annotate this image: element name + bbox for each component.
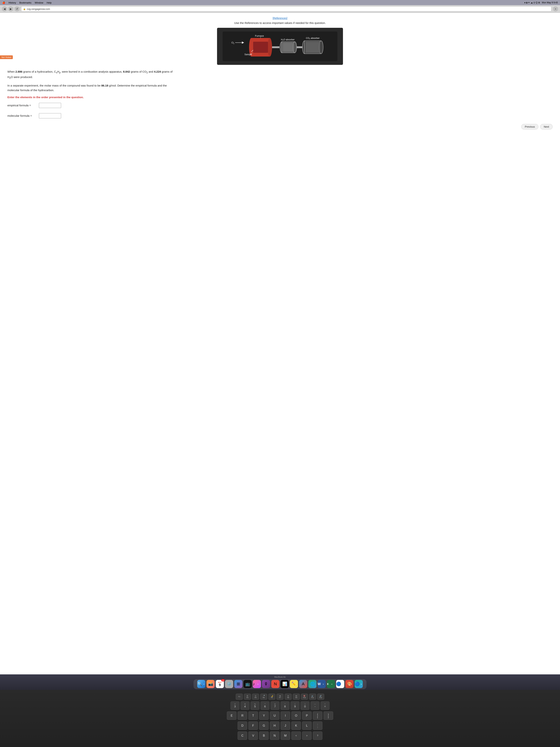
menu-bookmarks[interactable]: Bookmarks bbox=[19, 1, 31, 4]
lock-icon: 🔒 bbox=[23, 8, 26, 10]
key-f[interactable]: F bbox=[248, 721, 258, 730]
key-4[interactable]: $4 bbox=[241, 701, 249, 710]
dock-news[interactable]: N bbox=[271, 680, 279, 688]
dock-safari-1[interactable]: 🌐 bbox=[308, 680, 317, 688]
address-bar[interactable]: 🔒 cvg.cengagenow.com bbox=[21, 6, 552, 11]
key-d[interactable]: D bbox=[238, 721, 247, 730]
key-f5[interactable]: 🎤F5 bbox=[260, 694, 267, 700]
next-button[interactable]: Next bbox=[540, 124, 553, 129]
key-k[interactable]: K bbox=[291, 721, 301, 730]
key-slash[interactable]: ? bbox=[313, 731, 322, 740]
references-bar: [References] bbox=[7, 17, 553, 20]
key-3[interactable]: #3 bbox=[231, 701, 239, 710]
key-i[interactable]: I bbox=[281, 712, 290, 720]
menu-bar: 🍎 History Bookmarks Window Help ● ◗ ✦ ☁ … bbox=[0, 0, 560, 5]
alpha-row-3: C V B N M < > ? bbox=[7, 731, 553, 740]
nav-controls: ◀ ▶ ↺ bbox=[2, 6, 20, 11]
dock-launchpad[interactable]: ⊞ bbox=[234, 680, 242, 688]
key-f3[interactable]: ⊞F3 bbox=[244, 694, 251, 700]
dock-word[interactable]: W bbox=[318, 680, 326, 688]
key-9[interactable]: (9 bbox=[291, 701, 299, 710]
key-7[interactable]: &7 bbox=[271, 701, 279, 710]
empirical-label: empirical formula = bbox=[7, 104, 37, 107]
key-f9[interactable]: ⏭F9 bbox=[293, 694, 300, 700]
key-t[interactable]: T bbox=[248, 712, 258, 720]
references-link[interactable]: [References] bbox=[273, 17, 287, 20]
back-button[interactable]: ◀ bbox=[2, 6, 7, 11]
apple-menu[interactable]: 🍎 bbox=[2, 1, 5, 4]
menu-left: 🍎 History Bookmarks Window Help bbox=[2, 1, 52, 4]
key-e[interactable]: E bbox=[227, 712, 237, 720]
key-n[interactable]: N bbox=[270, 731, 279, 740]
key-bracket-close[interactable]: }] bbox=[323, 712, 333, 720]
key-f11[interactable]: 🔉F11 bbox=[309, 694, 316, 700]
key-f10[interactable]: 🔇F10 bbox=[301, 694, 308, 700]
dock-photos[interactable]: 📸 bbox=[207, 680, 215, 688]
key-p[interactable]: P bbox=[302, 712, 312, 720]
key-r[interactable]: R bbox=[238, 712, 247, 720]
key-v[interactable]: V bbox=[248, 731, 258, 740]
macbook-air-label: MacBook Air bbox=[0, 676, 560, 678]
key-period[interactable]: > bbox=[302, 731, 312, 740]
dock-stocks[interactable]: 📊 bbox=[281, 680, 289, 688]
menu-window[interactable]: Window bbox=[35, 1, 43, 4]
fn-key-row: F2 ⊞F3 QF4 🎤F5 🌙F6 ⏮F7 ⏯F8 ⏭F9 🔇F10 🔉F11… bbox=[7, 694, 553, 700]
svg-rect-18 bbox=[297, 46, 302, 48]
molecular-formula-input[interactable] bbox=[39, 113, 61, 119]
key-b[interactable]: B bbox=[259, 731, 269, 740]
key-j[interactable]: J bbox=[281, 721, 290, 730]
key-f8[interactable]: ⏯F8 bbox=[285, 694, 292, 700]
key-f4[interactable]: QF4 bbox=[252, 694, 259, 700]
key-f7[interactable]: ⏮F7 bbox=[276, 694, 284, 700]
key-f12[interactable]: 🔊F12 bbox=[317, 694, 324, 700]
previous-button[interactable]: Previous bbox=[521, 124, 538, 129]
dock-calendar[interactable]: MAY9 15 bbox=[216, 680, 224, 688]
reload-button[interactable]: ↺ bbox=[15, 6, 20, 11]
empirical-formula-input[interactable] bbox=[39, 103, 61, 108]
key-semicolon[interactable]: :; bbox=[313, 721, 322, 730]
key-m[interactable]: M bbox=[281, 731, 290, 740]
nav-buttons: Previous Next bbox=[7, 124, 553, 131]
menu-history[interactable]: History bbox=[8, 1, 16, 4]
key-f6[interactable]: 🌙F6 bbox=[268, 694, 275, 700]
key-8[interactable]: *8 bbox=[281, 701, 289, 710]
dock-excel[interactable]: X bbox=[327, 680, 335, 688]
svg-text:Furnace: Furnace bbox=[255, 34, 264, 37]
key-comma[interactable]: < bbox=[291, 731, 301, 740]
key-o[interactable]: O bbox=[291, 712, 301, 720]
svg-rect-16 bbox=[283, 43, 294, 52]
svg-rect-12 bbox=[272, 46, 279, 48]
dock-chrome[interactable]: 🔵 bbox=[336, 680, 344, 688]
dock-podcasts[interactable]: 🎙 bbox=[262, 680, 270, 688]
key-0[interactable]: )0 bbox=[300, 701, 310, 710]
forward-button[interactable]: ▶ bbox=[8, 6, 14, 11]
dock-font[interactable]: A bbox=[299, 680, 307, 688]
dock-notes[interactable]: ✏️ bbox=[290, 680, 298, 688]
key-h[interactable]: H bbox=[270, 721, 279, 730]
not-visited-badge: Not Visited bbox=[0, 55, 13, 59]
key-minus[interactable]: —- bbox=[311, 701, 319, 710]
dock-music[interactable]: ♪ bbox=[253, 680, 261, 688]
dock-app2[interactable]: 🔵 bbox=[355, 680, 363, 688]
key-5[interactable]: %5 bbox=[250, 701, 260, 710]
add-tab-button[interactable]: + bbox=[553, 6, 558, 11]
key-6[interactable]: ^6 bbox=[261, 701, 269, 710]
key-bracket-open[interactable]: {[ bbox=[313, 712, 322, 720]
dock-area: MacBook Air 🔍 📸 MAY9 15 ⚙️ ⊞ 📺 ♪ 🎙 N 📊 ✏… bbox=[0, 674, 560, 690]
key-c[interactable]: C bbox=[238, 731, 247, 740]
dock-finder[interactable]: 🔍 bbox=[197, 680, 205, 688]
dock-app1[interactable]: 🎨 bbox=[345, 680, 353, 688]
question-header: Use the References to access important v… bbox=[7, 21, 553, 24]
key-f2[interactable]: F2 bbox=[236, 694, 243, 700]
number-key-row: #3 $4 %5 ^6 &7 *8 (9 )0 —- += bbox=[7, 701, 553, 710]
key-u[interactable]: U bbox=[270, 712, 279, 720]
key-g[interactable]: G bbox=[259, 721, 269, 730]
key-y[interactable]: Y bbox=[259, 712, 269, 720]
dock-appletv[interactable]: 📺 bbox=[243, 680, 252, 688]
molecular-formula-row: molecular formula = bbox=[7, 113, 553, 119]
dock-settings[interactable]: ⚙️ bbox=[225, 680, 233, 688]
menu-help[interactable]: Help bbox=[47, 1, 52, 4]
key-equals[interactable]: += bbox=[321, 701, 329, 710]
key-l[interactable]: L bbox=[302, 721, 312, 730]
svg-point-5 bbox=[268, 38, 272, 56]
